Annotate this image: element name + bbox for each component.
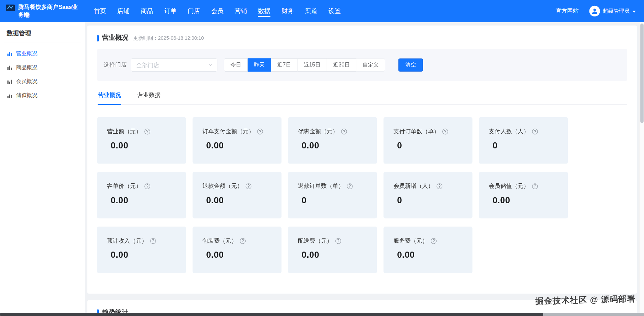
- stat-label: 支付订单数（单）: [393, 128, 439, 135]
- stat-value: 0.00: [206, 250, 276, 260]
- stat-label: 包装费（元）: [202, 237, 237, 245]
- brand-title: 腾马餐饮多商户Saas业务端: [18, 3, 82, 19]
- section-accent-bar: [97, 35, 99, 41]
- stat-card: 会员储值（元）? 0.00: [479, 172, 568, 219]
- stat-value: 0.00: [111, 195, 180, 205]
- store-select-input[interactable]: [131, 58, 217, 71]
- date-btn-custom[interactable]: 自定义: [356, 58, 385, 71]
- stat-card: 支付订单数（单）? 0: [383, 117, 472, 164]
- stat-card: 客单价（元）? 0.00: [97, 172, 186, 219]
- sidebar-item-label: 储值概况: [16, 92, 37, 99]
- stat-label: 客单价（元）: [107, 183, 142, 190]
- help-icon[interactable]: ?: [240, 238, 246, 244]
- brand[interactable]: 腾马餐饮多商户Saas业务端: [6, 3, 83, 19]
- stat-card: 会员新增（人）? 0: [383, 172, 472, 219]
- help-icon[interactable]: ?: [431, 238, 437, 244]
- help-icon[interactable]: ?: [246, 183, 251, 189]
- stat-value: 0.00: [111, 250, 180, 260]
- stat-card: 优惠金额（元）? 0.00: [288, 117, 377, 164]
- date-btn-30days[interactable]: 近30日: [327, 58, 357, 71]
- stat-value: 0: [492, 141, 562, 150]
- help-icon[interactable]: ?: [335, 238, 341, 244]
- section-header: 营业概况 更新时间：2025-06-18 12:00:10: [97, 34, 627, 42]
- official-site-link[interactable]: 官方网站: [556, 8, 579, 15]
- tab-business-data[interactable]: 营业数据: [138, 92, 160, 105]
- nav-item-home[interactable]: 首页: [94, 0, 106, 22]
- stat-card: 支付人数（人）? 0: [479, 117, 568, 164]
- update-time: 更新时间：2025-06-18 12:00:10: [133, 35, 204, 42]
- date-btn-15days[interactable]: 近15日: [298, 58, 327, 71]
- help-icon[interactable]: ?: [437, 183, 442, 189]
- horizontal-scrollbar[interactable]: [0, 313, 644, 316]
- help-icon[interactable]: ?: [144, 183, 150, 189]
- help-icon[interactable]: ?: [442, 129, 448, 135]
- horizontal-scrollbar-thumb[interactable]: [0, 313, 543, 316]
- date-range-group: 今日 昨天 近7日 近15日 近30日 自定义: [224, 58, 385, 71]
- nav-item-finance[interactable]: 财务: [282, 0, 294, 22]
- stats-grid: 营业额（元）? 0.00 订单支付金额（元）? 0.00 优惠金额（元）? 0.…: [97, 117, 627, 273]
- main-nav: 首页 店铺 商品 订单 门店 会员 营销 数据 财务 渠道 设置: [94, 0, 341, 22]
- nav-item-marketing[interactable]: 营销: [235, 0, 247, 22]
- help-icon[interactable]: ?: [341, 129, 347, 135]
- stat-label: 订单支付金额（元）: [202, 128, 254, 135]
- stat-value: 0: [397, 195, 467, 205]
- help-icon[interactable]: ?: [347, 183, 353, 189]
- overview-tabs: 营业概况 营业数据: [97, 92, 627, 105]
- sidebar-item-product-overview[interactable]: 商品概况: [0, 60, 85, 74]
- store-select[interactable]: [131, 58, 217, 71]
- nav-item-product[interactable]: 商品: [141, 0, 153, 22]
- store-select-label: 选择门店: [104, 61, 127, 69]
- chevron-down-icon: [632, 11, 636, 13]
- stat-label: 预计收入（元）: [107, 237, 147, 245]
- sidebar-item-business-overview[interactable]: 营业概况: [0, 47, 85, 61]
- help-icon[interactable]: ?: [532, 183, 538, 189]
- user-name: 超级管理员: [603, 8, 630, 15]
- app-viewport: 腾马餐饮多商户Saas业务端 首页 店铺 商品 订单 门店 会员 营销 数据 财…: [0, 0, 644, 316]
- user-menu[interactable]: 超级管理员: [589, 6, 636, 16]
- tab-business-overview[interactable]: 营业概况: [98, 92, 121, 105]
- nav-item-data[interactable]: 数据: [258, 0, 270, 22]
- bar-chart-icon: [7, 93, 12, 98]
- sidebar-item-stored-value-overview[interactable]: 储值概况: [0, 88, 85, 102]
- stat-card: 服务费（元）? 0.00: [383, 227, 472, 273]
- stat-label: 服务费（元）: [393, 237, 428, 245]
- bar-chart-icon: [7, 51, 12, 56]
- help-icon[interactable]: ?: [144, 129, 150, 135]
- date-btn-7days[interactable]: 近7日: [271, 58, 298, 71]
- vertical-scrollbar[interactable]: [639, 22, 644, 313]
- stat-card: 退款订单数（单）? 0: [288, 172, 377, 219]
- nav-item-order[interactable]: 订单: [164, 0, 177, 22]
- top-navbar: 腾马餐饮多商户Saas业务端 首页 店铺 商品 订单 门店 会员 营销 数据 财…: [0, 0, 644, 22]
- stat-value: 0: [302, 195, 371, 205]
- sidebar-item-label: 会员概况: [16, 78, 37, 85]
- nav-item-member[interactable]: 会员: [211, 0, 224, 22]
- sidebar-item-member-overview[interactable]: 会员概况: [0, 74, 85, 88]
- sidebar-title: 数据管理: [0, 22, 85, 43]
- stat-card: 配送费（元）? 0.00: [288, 227, 377, 273]
- clear-button[interactable]: 清空: [398, 58, 423, 71]
- stat-card: 营业额（元）? 0.00: [97, 117, 186, 164]
- nav-item-shop[interactable]: 店铺: [117, 0, 130, 22]
- nav-item-channel[interactable]: 渠道: [305, 0, 317, 22]
- stat-label: 配送费（元）: [298, 237, 333, 245]
- date-btn-yesterday[interactable]: 昨天: [248, 58, 271, 71]
- sidebar: 数据管理 营业概况 商品概况 会员概况 储值概况: [0, 22, 85, 316]
- stat-label: 会员新增（人）: [393, 183, 434, 190]
- nav-item-store[interactable]: 门店: [188, 0, 200, 22]
- stat-label: 会员储值（元）: [489, 183, 529, 190]
- business-overview-card: 营业概况 更新时间：2025-06-18 12:00:10 选择门店 今日 昨天…: [87, 25, 637, 293]
- navbar-right: 官方网站 超级管理员: [556, 6, 636, 16]
- vertical-scrollbar-thumb[interactable]: [640, 23, 644, 123]
- stat-label: 退款订单数（单）: [298, 183, 344, 190]
- stat-card: 包装费（元）? 0.00: [193, 227, 282, 273]
- help-icon[interactable]: ?: [257, 129, 263, 135]
- date-btn-today[interactable]: 今日: [224, 58, 248, 71]
- brand-logo-icon: [6, 4, 15, 13]
- stat-label: 退款金额（元）: [202, 183, 243, 190]
- sidebar-item-label: 营业概况: [16, 50, 37, 57]
- nav-item-settings[interactable]: 设置: [329, 0, 341, 22]
- main-content: 营业概况 更新时间：2025-06-18 12:00:10 选择门店 今日 昨天…: [85, 22, 639, 316]
- avatar: [589, 6, 600, 16]
- help-icon[interactable]: ?: [532, 129, 538, 135]
- help-icon[interactable]: ?: [150, 238, 156, 244]
